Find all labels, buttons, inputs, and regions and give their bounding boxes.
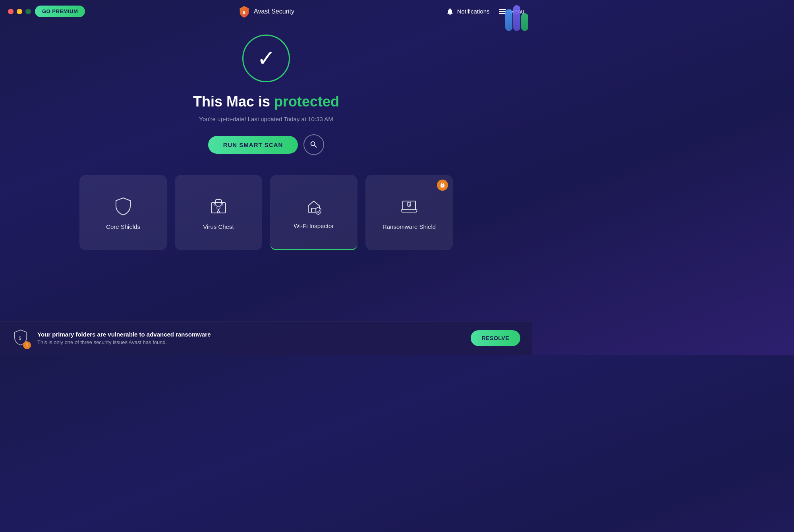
svg-text:$: $ (19, 335, 21, 341)
alert-warning-badge: ! (23, 341, 31, 349)
svg-text:a: a (242, 9, 245, 15)
ransomware-shield-label: Ransomware Shield (383, 223, 436, 230)
virus-chest-label: Virus Chest (203, 223, 234, 230)
wifi-inspector-card[interactable]: Wi-Fi Inspector (270, 175, 357, 250)
titlebar: GO PREMIUM a Avast Security Notification… (0, 0, 532, 23)
traffic-light-minimize[interactable] (17, 9, 22, 14)
color-bar-blue (505, 9, 512, 31)
alert-bar: $ ! Your primary folders are vulnerable … (0, 321, 532, 355)
traffic-light-maximize[interactable] (25, 9, 31, 14)
cards-row: Core Shields Virus Chest (0, 175, 532, 250)
svg-point-4 (221, 203, 223, 205)
app-title: Avast Security (254, 8, 294, 15)
color-bar-green (521, 13, 528, 31)
svg-point-5 (218, 211, 220, 213)
titlebar-center: a Avast Security (238, 5, 294, 18)
buttons-row: RUN SMART SCAN (208, 134, 325, 155)
titlebar-left: GO PREMIUM (8, 6, 85, 17)
checkmark-icon: ✓ (257, 47, 276, 70)
alert-icon-container: $ ! (12, 329, 29, 348)
core-shields-card[interactable]: Core Shields (79, 175, 167, 250)
status-headline: This Mac is protected (193, 93, 339, 110)
avast-logo-icon: a (238, 5, 251, 18)
svg-text:$: $ (409, 203, 411, 207)
svg-point-3 (214, 203, 216, 205)
status-prefix: This Mac is (193, 93, 274, 110)
core-shields-label: Core Shields (106, 223, 140, 230)
alert-title: Your primary folders are vulnerable to a… (37, 331, 463, 338)
shield-icon (113, 195, 133, 216)
ransomware-shield-card[interactable]: $ Ransomware Shield (365, 175, 453, 250)
virus-chest-card[interactable]: Virus Chest (175, 175, 262, 250)
alert-text-container: Your primary folders are vulnerable to a… (37, 331, 463, 345)
color-bars-decoration (505, 3, 532, 31)
update-text: You're up-to-date! Last updated Today at… (199, 116, 333, 122)
notifications-label: Notifications (457, 8, 490, 15)
bell-icon (446, 8, 454, 15)
smart-scan-button[interactable]: RUN SMART SCAN (208, 136, 298, 154)
ransomware-shield-icon: $ (399, 195, 419, 216)
svg-point-2 (217, 206, 220, 209)
lock-icon (440, 182, 445, 188)
resolve-button[interactable]: RESOLVE (471, 330, 520, 346)
search-icon (309, 140, 318, 149)
wifi-inspector-icon (303, 195, 324, 215)
go-premium-button[interactable]: GO PREMIUM (35, 6, 85, 17)
traffic-light-close[interactable] (8, 9, 14, 14)
status-circle: ✓ (242, 35, 290, 82)
lock-badge (437, 180, 448, 191)
svg-rect-1 (211, 203, 226, 213)
wifi-inspector-label: Wi-Fi Inspector (294, 222, 334, 229)
traffic-lights (8, 9, 31, 14)
virus-chest-icon (208, 195, 229, 216)
main-content: ✓ This Mac is protected You're up-to-dat… (0, 23, 532, 250)
color-bar-purple (513, 5, 520, 31)
notifications-button[interactable]: Notifications (446, 8, 490, 15)
alert-subtitle: This is only one of three security issue… (37, 339, 463, 345)
status-highlight: protected (274, 93, 339, 110)
search-button[interactable] (303, 134, 324, 155)
